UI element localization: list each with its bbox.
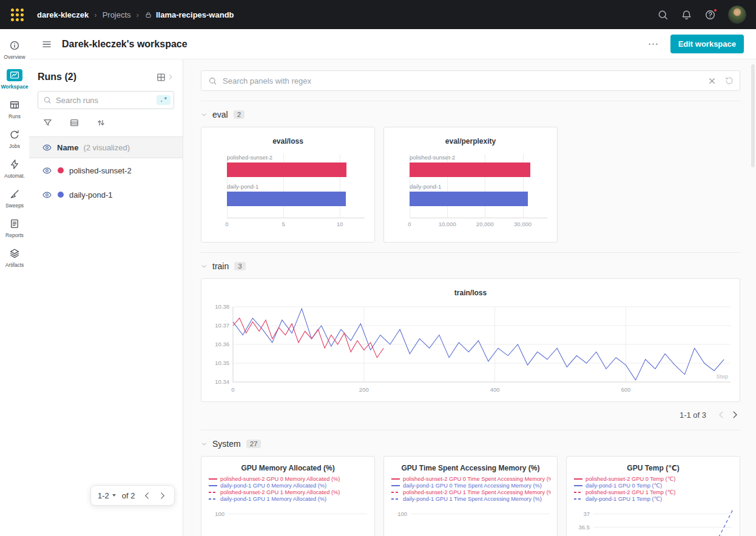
axis-row: 100 — [209, 507, 367, 520]
runs-sidebar: Runs (2) .* — [29, 59, 183, 536]
axis-tick-label: 0 — [225, 221, 228, 227]
sidebar-item-automations[interactable]: Automat. — [0, 154, 29, 184]
svg-text:600: 600 — [621, 386, 630, 393]
axis-tick-label: 30,000 — [514, 221, 532, 227]
legend-line-marker — [391, 498, 400, 500]
panel-gpu-memory-allocated[interactable]: GPU Memory Allocated (%) polished-sunset… — [201, 456, 375, 536]
user-avatar[interactable] — [728, 5, 746, 24]
prev-page-button[interactable] — [716, 409, 727, 420]
panel-eval-loss[interactable]: eval/loss polished-sunset-2daily-pond-1 … — [201, 127, 375, 243]
sort-icon[interactable] — [96, 118, 106, 128]
breadcrumb-project[interactable]: llama-recipes-wandb — [156, 10, 234, 19]
bar-series-label: daily-pond-1 — [227, 183, 365, 190]
legend-line-marker — [209, 492, 217, 493]
axis-tick-label: 36.5 — [574, 524, 590, 531]
sidebar-item-workspace[interactable]: Workspace — [0, 65, 29, 95]
pagination-label: 1-1 of 3 — [680, 410, 706, 420]
legend-item[interactable]: daily-pond-1 GPU 1 Temp (℃) — [574, 495, 734, 502]
page-size-dropdown[interactable]: 1-2 — [98, 491, 116, 500]
legend-item[interactable]: daily-pond-1 GPU 1 Time Spent Accessing … — [391, 495, 551, 502]
axis-tick-label: 37 — [574, 511, 590, 517]
axis-tick-label: 20,000 — [476, 221, 494, 227]
prev-page-button[interactable] — [142, 491, 152, 501]
run-row-daily-pond-1[interactable]: daily-pond-1 — [29, 183, 183, 207]
visibility-eye-icon[interactable] — [42, 190, 52, 200]
chart-legend: polished-sunset-2 GPU 0 Time Spent Acces… — [391, 475, 551, 502]
legend-line-marker — [574, 478, 582, 480]
section-system-header[interactable]: System 27 — [201, 439, 261, 449]
notification-dot — [713, 8, 718, 13]
section-eval-header[interactable]: eval 2 — [201, 110, 245, 119]
legend-item[interactable]: daily-pond-1 GPU 0 Temp (℃) — [574, 482, 734, 489]
workspace-header: Darek-kleczek's workspace ⋯ Edit workspa… — [29, 29, 756, 59]
legend-label: daily-pond-1 GPU 0 Memory Allocated (%) — [220, 483, 326, 489]
axis-tick-label: 0 — [408, 221, 411, 227]
sidebar-item-artifacts[interactable]: Artifacts — [0, 243, 29, 273]
legend-item[interactable]: polished-sunset-2 GPU 0 Temp (℃) — [574, 475, 734, 482]
breadcrumb-user[interactable]: darek-kleczek — [37, 10, 89, 19]
filter-funnel-icon[interactable] — [42, 118, 53, 128]
legend-item[interactable]: daily-pond-1 GPU 1 Memory Allocated (%) — [209, 495, 368, 502]
panel-train-loss[interactable]: train/loss 10.3810.3710.3610.3510.340200… — [201, 278, 740, 402]
legend-line-marker — [574, 492, 582, 493]
sidebar-item-jobs[interactable]: Jobs — [0, 124, 29, 154]
menu-icon[interactable] — [41, 39, 52, 50]
panel-gpu-temp[interactable]: GPU Temp (℃) polished-sunset-2 GPU 0 Tem… — [566, 456, 740, 536]
run-row-polished-sunset-2[interactable]: polished-sunset-2 — [29, 158, 183, 183]
run-search-box: .* — [38, 91, 174, 109]
chart-legend: polished-sunset-2 GPU 0 Memory Allocated… — [209, 475, 368, 502]
panel-gpu-time-accessing-memory[interactable]: GPU Time Spent Accessing Memory (%) poli… — [383, 456, 558, 536]
svg-text:10.34: 10.34 — [215, 378, 229, 385]
sidebar-item-sweeps[interactable]: Sweeps — [0, 184, 29, 213]
toggle-all-visibility-eye-icon[interactable] — [42, 142, 52, 153]
search-panels-input[interactable] — [223, 76, 702, 85]
regex-toggle-button[interactable]: .* — [157, 95, 170, 105]
clear-search-icon[interactable] — [707, 76, 717, 85]
legend-item[interactable]: polished-sunset-2 GPU 0 Time Spent Acces… — [391, 475, 551, 482]
sidebar-item-runs[interactable]: Runs — [0, 95, 29, 124]
section-system: System 27 GPU Memory Allocated (%) polis… — [201, 430, 740, 536]
runs-panel-title: Runs (2) — [38, 72, 76, 82]
svg-text:10.35: 10.35 — [215, 360, 229, 366]
legend-item[interactable]: polished-sunset-2 GPU 1 Memory Allocated… — [209, 489, 368, 495]
help-icon[interactable] — [704, 9, 716, 21]
runs-table-toggle-button[interactable] — [156, 72, 174, 82]
panel-eval-perplexity[interactable]: eval/perplexity polished-sunset-2daily-p… — [383, 127, 558, 243]
search-icon[interactable] — [657, 9, 669, 21]
name-column-header[interactable]: Name — [57, 143, 78, 152]
svg-text:10.38: 10.38 — [215, 303, 229, 310]
scrollbar-thumb[interactable] — [751, 64, 755, 167]
wandb-logo[interactable] — [11, 8, 24, 21]
more-options-button[interactable]: ⋯ — [648, 38, 660, 50]
edit-workspace-button[interactable]: Edit workspace — [670, 35, 744, 53]
sidebar-item-reports[interactable]: Reports — [0, 213, 29, 243]
gridline — [228, 514, 367, 514]
legend-item[interactable]: polished-sunset-2 GPU 1 Time Spent Acces… — [391, 489, 551, 495]
left-nav-rail: Overview Workspace Runs Jobs Automat. Sw… — [0, 29, 29, 536]
panel-search-box — [201, 70, 740, 91]
chart-plot: 100 — [209, 507, 367, 520]
chart-plot: 3736.5 — [574, 507, 732, 534]
history-reset-icon[interactable] — [724, 76, 734, 85]
search-runs-input[interactable] — [56, 96, 152, 105]
next-page-button[interactable] — [157, 491, 167, 501]
legend-item[interactable]: daily-pond-1 GPU 0 Time Spent Accessing … — [391, 482, 551, 489]
legend-item[interactable]: daily-pond-1 GPU 0 Memory Allocated (%) — [209, 482, 368, 489]
automations-icon — [7, 158, 22, 170]
eval-loss-chart: polished-sunset-2daily-pond-1 — [227, 154, 365, 218]
notifications-bell-icon[interactable] — [681, 9, 692, 21]
chevron-down-icon — [201, 263, 208, 270]
chevron-down-icon — [201, 112, 208, 118]
visibility-eye-icon[interactable] — [42, 166, 52, 176]
section-train-header[interactable]: train 3 — [201, 261, 246, 271]
breadcrumb-projects[interactable]: Projects — [103, 10, 131, 19]
next-page-button[interactable] — [729, 409, 740, 420]
bar-series-label: polished-sunset-2 — [227, 154, 365, 161]
chevron-right-icon — [167, 73, 174, 81]
legend-item[interactable]: polished-sunset-2 GPU 1 Temp (℃) — [574, 489, 734, 495]
run-color-dot — [58, 167, 64, 173]
sidebar-item-overview[interactable]: Overview — [0, 35, 29, 65]
legend-item[interactable]: polished-sunset-2 GPU 0 Memory Allocated… — [209, 475, 368, 482]
group-icon[interactable] — [69, 118, 79, 128]
breadcrumb-separator: › — [94, 10, 96, 19]
